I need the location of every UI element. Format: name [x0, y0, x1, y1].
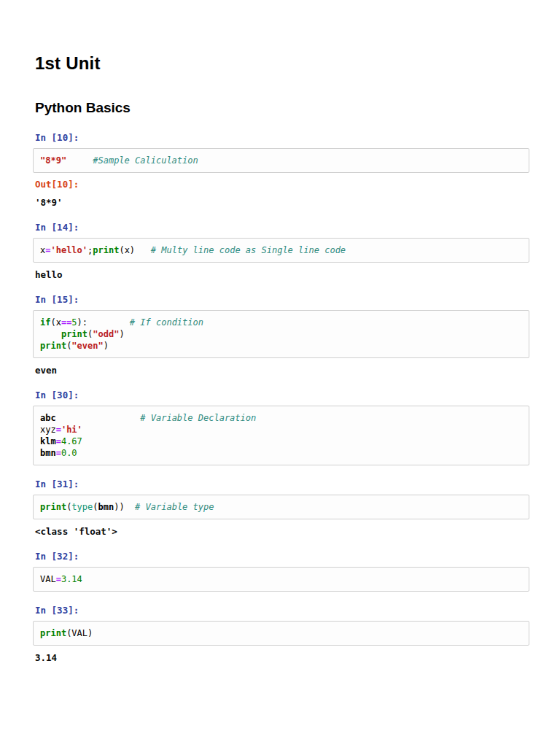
input-prompt: In [31]:	[33, 479, 529, 490]
input-prompt: In [30]:	[33, 390, 529, 401]
code-token: type	[71, 502, 93, 512]
code-input-area: "8*9" #Sample Caliculation	[33, 148, 529, 173]
code-token: print	[93, 245, 119, 255]
notebook-cell: In [30]:abc # Variable Declarationxyz='h…	[33, 390, 529, 465]
code-token: ):	[77, 317, 88, 328]
code-token: if	[40, 317, 50, 328]
code-token: 'hi'	[61, 425, 82, 435]
code-input-area: if(x==5): # If condition print("odd")pri…	[33, 310, 529, 358]
code-token	[135, 245, 151, 255]
code-token: =	[56, 436, 61, 446]
code-token: VAL	[40, 574, 56, 584]
cell-output: hello	[33, 269, 529, 281]
code-line: print("odd")	[40, 328, 522, 340]
code-token: "odd"	[93, 329, 119, 339]
code-line: klm=4.67	[40, 436, 522, 447]
code-token: # Variable type	[135, 502, 214, 512]
code-token: # If condition	[130, 317, 203, 328]
code-token: =	[56, 425, 61, 435]
input-prompt: In [14]:	[33, 222, 529, 233]
code-token	[125, 502, 135, 512]
code-token: xyz	[40, 425, 56, 435]
code-token: # Variable Declaration	[140, 413, 256, 423]
code-line: VAL=3.14	[40, 573, 522, 585]
code-line: x='hello';print(x) # Multy line code as …	[40, 244, 522, 256]
cell-output: '8*9'	[33, 197, 529, 209]
input-prompt: In [32]:	[33, 551, 529, 562]
code-token	[40, 329, 61, 339]
code-token: =	[56, 448, 61, 458]
code-token: #Sample Caliculation	[93, 155, 198, 166]
code-token: print	[40, 341, 66, 351]
code-token	[66, 155, 93, 166]
code-token: =	[56, 574, 61, 584]
code-token: bmn	[98, 502, 114, 512]
code-token: (	[93, 502, 98, 512]
code-token: ==	[61, 317, 71, 328]
code-token: "even"	[71, 341, 103, 351]
output-prompt: Out[10]:	[33, 179, 529, 190]
cell-output: 3.14	[33, 652, 529, 664]
code-token: 0.0	[61, 448, 77, 458]
notebook-document: 1st Unit Python Basics In [10]:"8*9" #Sa…	[0, 0, 560, 664]
notebook-cell: In [31]:print(type(bmn)) # Variable type…	[33, 479, 529, 538]
code-input-area: print(type(bmn)) # Variable type	[33, 495, 529, 519]
code-line: abc # Variable Declaration	[40, 412, 522, 424]
notebook-cell: In [33]:print(VAL)3.14	[33, 605, 529, 664]
code-token: klm	[40, 436, 56, 446]
code-token: 'hello'	[50, 245, 88, 255]
notebook-cell: In [10]:"8*9" #Sample CaliculationOut[10…	[33, 132, 529, 209]
code-token: ))	[114, 502, 124, 512]
section-heading: Python Basics	[33, 100, 529, 116]
code-token: (x)	[119, 245, 135, 255]
notebook-cell: In [15]:if(x==5): # If condition print("…	[33, 294, 529, 376]
code-line: xyz='hi'	[40, 424, 522, 436]
page-title: 1st Unit	[33, 53, 529, 74]
code-token: (VAL)	[66, 628, 93, 638]
code-line: print(type(bmn)) # Variable type	[40, 501, 522, 513]
code-line: "8*9" #Sample Caliculation	[40, 155, 522, 166]
code-line: if(x==5): # If condition	[40, 317, 522, 328]
code-token: print	[40, 628, 66, 638]
code-input-area: print(VAL)	[33, 621, 529, 646]
code-input-area: VAL=3.14	[33, 567, 529, 592]
code-token: 3.14	[61, 574, 82, 584]
code-token: "8*9"	[40, 155, 66, 166]
input-prompt: In [15]:	[33, 294, 529, 306]
code-line: bmn=0.0	[40, 447, 522, 459]
code-token	[56, 413, 141, 423]
code-token: 5	[71, 317, 77, 328]
notebook-cell: In [32]:VAL=3.14	[33, 551, 529, 592]
code-token: # Multy line code as Single line code	[151, 245, 346, 255]
code-token: )	[119, 329, 124, 339]
code-token: 4.67	[61, 436, 82, 446]
code-token: print	[40, 502, 66, 512]
code-token: print	[61, 329, 88, 339]
code-token: bmn	[40, 448, 56, 458]
notebook-page: { "page": { "title": "1st Unit", "subtit…	[0, 0, 560, 747]
cell-output: even	[33, 365, 529, 376]
code-input-area: abc # Variable Declarationxyz='hi'klm=4.…	[33, 406, 529, 465]
code-token: abc	[40, 413, 56, 423]
input-prompt: In [10]:	[33, 132, 529, 144]
code-input-area: x='hello';print(x) # Multy line code as …	[33, 238, 529, 263]
code-line: print("even")	[40, 340, 522, 352]
code-line: print(VAL)	[40, 627, 522, 639]
code-token: )	[104, 341, 109, 351]
code-token: (x	[50, 317, 61, 328]
input-prompt: In [33]:	[33, 605, 529, 616]
cells-container: In [10]:"8*9" #Sample CaliculationOut[10…	[33, 132, 529, 664]
notebook-cell: In [14]:x='hello';print(x) # Multy line …	[33, 222, 529, 281]
cell-output: <class 'float'>	[33, 526, 529, 538]
code-token	[88, 317, 130, 328]
